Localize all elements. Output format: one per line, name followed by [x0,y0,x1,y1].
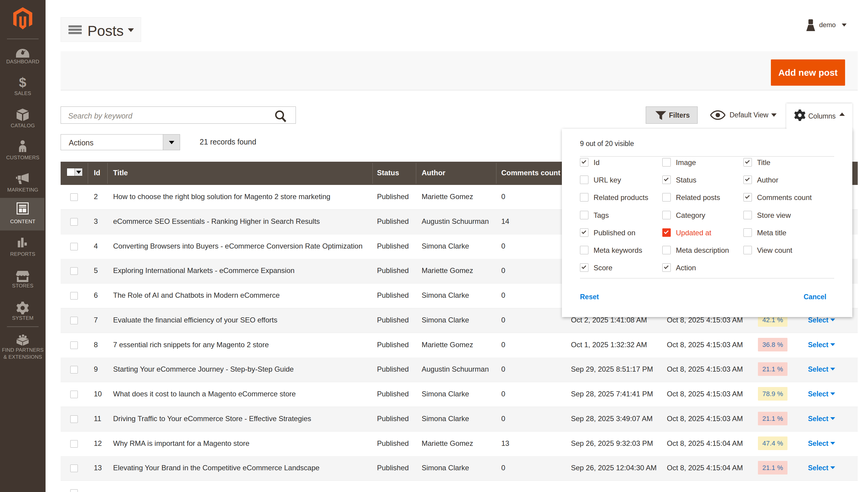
svg-text:$: $ [19,76,26,90]
